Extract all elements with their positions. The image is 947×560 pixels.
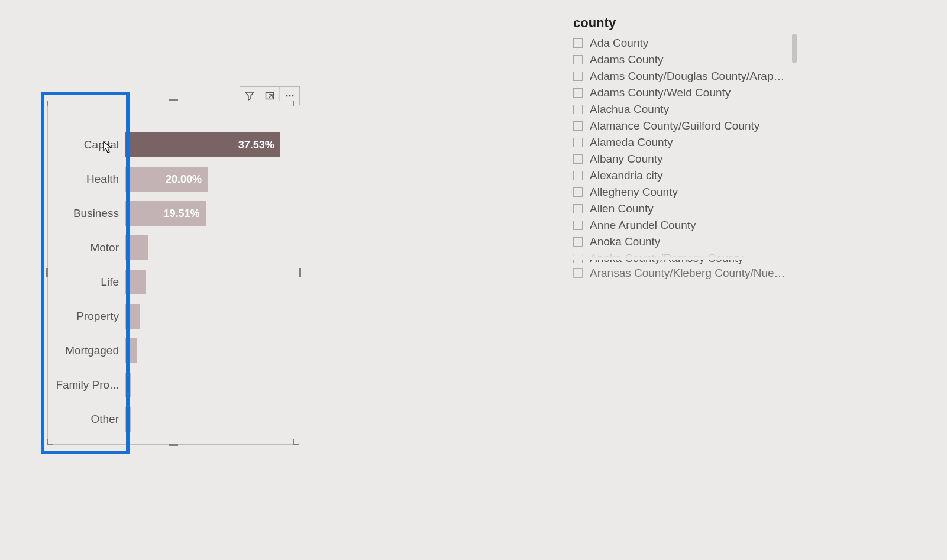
slicer-item-label: Adams County/Douglas County/Arapahoe ... — [590, 70, 791, 83]
slicer-item-label: Anoka County/Ramsey County — [590, 252, 744, 265]
bar-row[interactable]: Business19.51% — [125, 196, 293, 231]
county-slicer[interactable]: county Ada CountyAdams CountyAdams Count… — [573, 15, 804, 280]
checkbox-icon[interactable] — [573, 171, 583, 180]
slicer-item[interactable]: Alachua County — [573, 102, 804, 117]
bar-category-label: Family Pro... — [54, 378, 119, 391]
slicer-item-label: Anne Arundel County — [590, 219, 696, 232]
slicer-item[interactable]: Anoka County/Ramsey County — [573, 251, 804, 266]
slicer-item-label: Alameda County — [590, 136, 673, 149]
slicer-item[interactable]: Adams County/Weld County — [573, 85, 804, 101]
slicer-item-label: Adams County/Weld County — [590, 86, 731, 99]
slicer-item-label: Anoka County — [590, 235, 660, 248]
bar[interactable] — [125, 373, 131, 397]
checkbox-icon[interactable] — [573, 154, 583, 164]
slicer-item-label: Allen County — [590, 202, 654, 215]
slicer-item[interactable]: Adams County — [573, 52, 804, 67]
bar-category-label: Other — [54, 413, 119, 426]
checkbox-icon[interactable] — [573, 55, 583, 64]
slicer-item[interactable]: Alameda County — [573, 135, 804, 150]
slicer-item[interactable]: Allegheny County — [573, 184, 804, 200]
bar-row[interactable]: Life — [125, 265, 293, 299]
checkbox-icon[interactable] — [573, 221, 583, 230]
bar-category-label: Motor — [54, 241, 119, 254]
slicer-item[interactable]: Aransas County/Kleberg County/Nueces C..… — [573, 267, 804, 279]
slicer-item[interactable]: Alexandria city — [573, 168, 804, 183]
bar-row[interactable]: Mortgaged — [125, 334, 293, 368]
slicer-item[interactable]: Alamance County/Guilford County — [573, 118, 804, 134]
slicer-item-label: Alachua County — [590, 103, 669, 116]
checkbox-icon[interactable] — [573, 38, 583, 48]
bar-row[interactable]: Property — [125, 299, 293, 334]
checkbox-icon[interactable] — [573, 187, 583, 197]
bar[interactable] — [125, 407, 131, 432]
checkbox-icon[interactable] — [573, 138, 583, 147]
slicer-title: county — [573, 15, 804, 31]
bar-row[interactable]: Other — [125, 402, 293, 436]
slicer-item[interactable]: Ada County — [573, 35, 804, 51]
bar[interactable]: 37.53% — [125, 132, 280, 157]
checkbox-icon[interactable] — [573, 105, 583, 114]
slicer-item-label: Adams County — [590, 53, 664, 66]
slicer-item-label: Allegheny County — [590, 186, 678, 199]
slicer-item-label: Aransas County/Kleberg County/Nueces C..… — [590, 267, 791, 279]
chart-plot-area: Capital37.53%Health20.00%Business19.51%M… — [48, 101, 299, 444]
checkbox-icon[interactable] — [573, 121, 583, 131]
bar-row[interactable]: Motor — [125, 231, 293, 265]
bar[interactable] — [125, 338, 137, 363]
slicer-scrollbar-thumb[interactable] — [792, 34, 797, 63]
svg-point-2 — [289, 95, 290, 97]
svg-point-1 — [286, 95, 287, 97]
bar-category-label: Life — [54, 276, 119, 289]
bar-row[interactable]: Family Pro... — [125, 368, 293, 402]
checkbox-icon[interactable] — [573, 204, 583, 213]
bar-category-label: Health — [54, 173, 119, 186]
checkbox-icon[interactable] — [573, 88, 583, 98]
bar[interactable] — [125, 235, 148, 260]
slicer-item[interactable]: Allen County — [573, 201, 804, 216]
bar[interactable]: 19.51% — [125, 201, 206, 226]
focus-icon — [265, 91, 274, 101]
checkbox-icon[interactable] — [573, 72, 583, 81]
resize-handle-bottom[interactable] — [169, 444, 178, 446]
checkbox-icon[interactable] — [573, 254, 583, 263]
checkbox-icon[interactable] — [573, 237, 583, 247]
ellipsis-icon — [285, 91, 295, 101]
bar-row[interactable]: Health20.00% — [125, 162, 293, 196]
slicer-list: Ada CountyAdams CountyAdams County/Dougl… — [573, 35, 804, 279]
filter-icon — [245, 91, 254, 101]
svg-point-3 — [292, 95, 293, 97]
slicer-item-label: Alexandria city — [590, 169, 663, 182]
slicer-item[interactable]: Anne Arundel County — [573, 218, 804, 233]
slicer-item-label: Ada County — [590, 37, 648, 50]
bar-row[interactable]: Capital37.53% — [125, 128, 293, 162]
bar-chart-visual[interactable]: Capital37.53%Health20.00%Business19.51%M… — [47, 101, 299, 445]
bar-category-label: Property — [54, 310, 119, 323]
checkbox-icon[interactable] — [573, 268, 583, 278]
slicer-item[interactable]: Albany County — [573, 151, 804, 167]
bar[interactable]: 20.00% — [125, 167, 208, 192]
slicer-item[interactable]: Adams County/Douglas County/Arapahoe ... — [573, 69, 804, 84]
bar-category-label: Business — [54, 207, 119, 220]
slicer-item-label: Alamance County/Guilford County — [590, 119, 759, 132]
resize-handle-right[interactable] — [299, 268, 301, 277]
bar[interactable] — [125, 304, 140, 329]
bar[interactable] — [125, 270, 146, 294]
slicer-item-label: Albany County — [590, 153, 663, 166]
bar-category-label: Capital — [54, 138, 119, 151]
bar-category-label: Mortgaged — [54, 344, 119, 357]
slicer-item[interactable]: Anoka County — [573, 234, 804, 250]
